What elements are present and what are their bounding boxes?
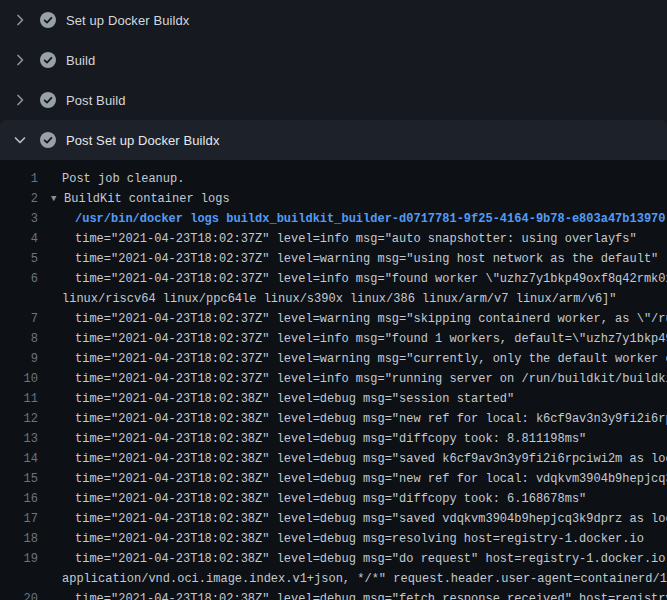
log-text: time="2021-04-23T18:02:38Z" level=debug … — [38, 429, 586, 449]
chevron-down-icon[interactable] — [12, 132, 28, 148]
log-row: 8time="2021-04-23T18:02:37Z" level=info … — [0, 329, 667, 349]
step-label: Set up Docker Buildx — [66, 13, 189, 28]
log-text: time="2021-04-23T18:02:37Z" level=info m… — [38, 329, 667, 349]
line-number[interactable]: 17 — [0, 509, 38, 529]
log-text: time="2021-04-23T18:02:38Z" level=debug … — [38, 509, 667, 529]
line-number[interactable]: 3 — [0, 209, 38, 229]
log-row: 17time="2021-04-23T18:02:38Z" level=debu… — [0, 509, 667, 529]
line-number — [0, 289, 38, 309]
line-number[interactable]: 2 — [0, 189, 38, 209]
step-row-post-set-up-docker-buildx[interactable]: Post Set up Docker Buildx — [0, 120, 667, 160]
log-row: 18time="2021-04-23T18:02:38Z" level=debu… — [0, 529, 667, 549]
log-text: linux/riscv64 linux/ppc64le linux/s390x … — [38, 289, 617, 309]
log-row: 20time="2021-04-23T18:02:38Z" level=debu… — [0, 589, 667, 600]
line-number[interactable]: 15 — [0, 469, 38, 489]
log-text: time="2021-04-23T18:02:37Z" level=info m… — [38, 369, 667, 389]
log-text: time="2021-04-23T18:02:38Z" level=debug … — [38, 469, 667, 489]
log-row: linux/riscv64 linux/ppc64le linux/s390x … — [0, 289, 667, 309]
chevron-right-icon[interactable] — [12, 52, 28, 68]
line-number[interactable]: 1 — [0, 169, 38, 189]
check-circle-icon — [40, 132, 56, 148]
line-number[interactable]: 11 — [0, 389, 38, 409]
log-text: time="2021-04-23T18:02:37Z" level=warnin… — [38, 309, 667, 329]
log-text: time="2021-04-23T18:02:38Z" level=debug … — [38, 549, 667, 569]
log-text: time="2021-04-23T18:02:38Z" level=debug … — [38, 389, 514, 409]
log-command-text: /usr/bin/docker logs buildx_buildkit_bui… — [38, 209, 666, 229]
log-row: 7time="2021-04-23T18:02:37Z" level=warni… — [0, 309, 667, 329]
log-row: 13time="2021-04-23T18:02:38Z" level=debu… — [0, 429, 667, 449]
check-circle-icon — [40, 92, 56, 108]
log-text: time="2021-04-23T18:02:37Z" level=info m… — [38, 269, 667, 289]
log-row: 4time="2021-04-23T18:02:37Z" level=info … — [0, 229, 667, 249]
log-text: time="2021-04-23T18:02:38Z" level=debug … — [38, 489, 586, 509]
log-text: time="2021-04-23T18:02:38Z" level=debug … — [38, 589, 667, 600]
log-text: time="2021-04-23T18:02:38Z" level=debug … — [38, 449, 667, 469]
log-text: application/vnd.oci.image.index.v1+json,… — [38, 569, 667, 589]
log-panel: 1Post job cleanup.2▼BuildKit container l… — [0, 160, 667, 600]
group-toggle-icon[interactable]: ▼ — [51, 189, 60, 209]
log-row: 1Post job cleanup. — [0, 169, 667, 189]
log-row: 19time="2021-04-23T18:02:38Z" level=debu… — [0, 549, 667, 569]
log-row: 11time="2021-04-23T18:02:38Z" level=debu… — [0, 389, 667, 409]
log-text: time="2021-04-23T18:02:37Z" level=warnin… — [38, 249, 658, 269]
log-text: time="2021-04-23T18:02:38Z" level=debug … — [38, 529, 644, 549]
line-number[interactable]: 4 — [0, 229, 38, 249]
line-number[interactable]: 5 — [0, 249, 38, 269]
log-text: Post job cleanup. — [38, 169, 184, 189]
line-number[interactable]: 12 — [0, 409, 38, 429]
line-number — [0, 569, 38, 589]
line-number[interactable]: 20 — [0, 589, 38, 600]
log-row: 15time="2021-04-23T18:02:38Z" level=debu… — [0, 469, 667, 489]
line-number[interactable]: 8 — [0, 329, 38, 349]
log-row: 12time="2021-04-23T18:02:38Z" level=debu… — [0, 409, 667, 429]
log-row: 3/usr/bin/docker logs buildx_buildkit_bu… — [0, 209, 667, 229]
log-row: 5time="2021-04-23T18:02:37Z" level=warni… — [0, 249, 667, 269]
chevron-right-icon[interactable] — [12, 92, 28, 108]
line-number[interactable]: 6 — [0, 269, 38, 289]
log-row: 16time="2021-04-23T18:02:38Z" level=debu… — [0, 489, 667, 509]
step-label: Post Build — [66, 93, 126, 108]
check-circle-icon — [40, 52, 56, 68]
group-title: BuildKit container logs — [64, 192, 230, 206]
step-row-build[interactable]: Build — [0, 40, 667, 80]
log-text: time="2021-04-23T18:02:38Z" level=debug … — [38, 409, 667, 429]
log-row: 9time="2021-04-23T18:02:37Z" level=warni… — [0, 349, 667, 369]
log-text: time="2021-04-23T18:02:37Z" level=info m… — [38, 229, 637, 249]
step-label: Build — [66, 53, 95, 68]
log-text: ▼BuildKit container logs — [38, 189, 230, 209]
chevron-right-icon[interactable] — [12, 12, 28, 28]
line-number[interactable]: 10 — [0, 369, 38, 389]
line-number[interactable]: 18 — [0, 529, 38, 549]
line-number[interactable]: 19 — [0, 549, 38, 569]
check-circle-icon — [40, 12, 56, 28]
log-row: application/vnd.oci.image.index.v1+json,… — [0, 569, 667, 589]
line-number[interactable]: 14 — [0, 449, 38, 469]
line-number[interactable]: 13 — [0, 429, 38, 449]
step-label: Post Set up Docker Buildx — [66, 133, 220, 148]
log-row: 14time="2021-04-23T18:02:38Z" level=debu… — [0, 449, 667, 469]
line-number[interactable]: 16 — [0, 489, 38, 509]
step-row-set-up-docker-buildx[interactable]: Set up Docker Buildx — [0, 0, 667, 40]
line-number[interactable]: 7 — [0, 309, 38, 329]
log-row: 10time="2021-04-23T18:02:37Z" level=info… — [0, 369, 667, 389]
log-row: 6time="2021-04-23T18:02:37Z" level=info … — [0, 269, 667, 289]
step-list: Set up Docker BuildxBuildPost BuildPost … — [0, 0, 667, 160]
step-row-post-build[interactable]: Post Build — [0, 80, 667, 120]
line-number[interactable]: 9 — [0, 349, 38, 369]
log-row: 2▼BuildKit container logs — [0, 189, 667, 209]
log-text: time="2021-04-23T18:02:37Z" level=warnin… — [38, 349, 667, 369]
